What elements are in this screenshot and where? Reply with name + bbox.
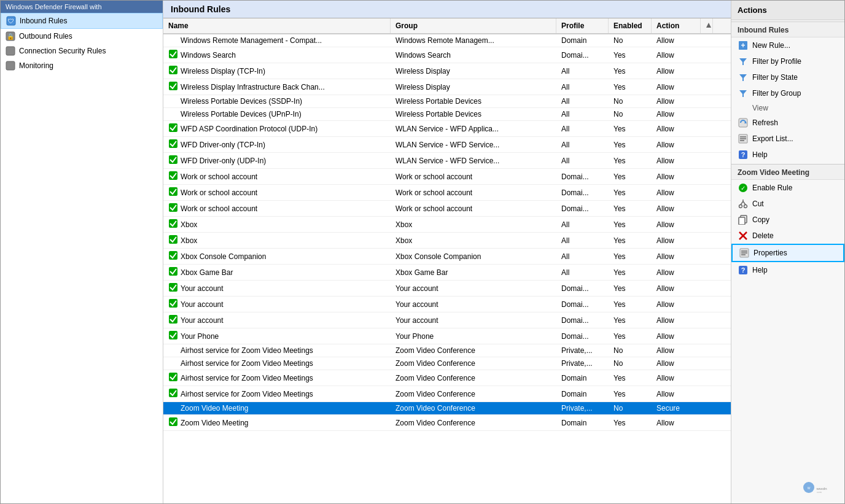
table-row[interactable]: Airhost service for Zoom Video MeetingsZ… — [163, 370, 731, 386]
row-name-cell: Airhost service for Zoom Video Meetings — [163, 344, 391, 357]
row-scroll — [701, 335, 713, 338]
svg-marker-6 — [706, 23, 711, 28]
row-scroll — [701, 159, 713, 163]
row-name: Your account — [181, 316, 224, 325]
row-group: Your account — [391, 298, 556, 311]
table-row[interactable]: Work or school accountWork or school acc… — [163, 169, 731, 185]
enabled-check-icon — [168, 139, 178, 150]
row-name: Work or school account — [181, 204, 257, 213]
filter-group-button[interactable]: Filter by Group — [731, 85, 844, 101]
table-row[interactable]: Your accountYour accountDomai...YesAllow — [163, 312, 731, 328]
row-profile: All — [556, 95, 609, 107]
row-enabled: Yes — [609, 298, 652, 311]
table-row[interactable]: Your accountYour accountDomai...YesAllow — [163, 297, 731, 312]
table-row[interactable]: Wireless Display Infrastructure Back Cha… — [163, 79, 731, 95]
table-row[interactable]: WFD ASP Coordination Protocol (UDP-In)WL… — [163, 121, 731, 137]
row-group: Wireless Display — [391, 81, 556, 93]
table-row[interactable]: Airhost service for Zoom Video MeetingsZ… — [163, 386, 731, 402]
enabled-check-icon — [168, 187, 178, 198]
enable-rule-button[interactable]: ✓ Enable Rule — [731, 180, 844, 196]
sidebar-item-outbound[interactable]: 🔒 Outbound Rules — [1, 29, 163, 44]
filter-profile-button[interactable]: Filter by Profile — [731, 53, 844, 69]
row-name: Xbox Game Bar — [181, 268, 233, 277]
table-row[interactable]: Xbox Game BarXbox Game BarAllYesAllow — [163, 265, 731, 281]
cut-button[interactable]: Cut — [731, 196, 844, 212]
properties-button[interactable]: Properties — [731, 244, 844, 262]
row-profile: Private,... — [556, 402, 609, 414]
table-row[interactable]: XboxXboxAllYesAllow — [163, 217, 731, 233]
row-group: Wireless Portable Devices — [391, 95, 556, 107]
table-row[interactable]: Work or school accountWork or school acc… — [163, 185, 731, 201]
row-name-cell: Wireless Portable Devices (SSDP-In) — [163, 95, 391, 107]
export-list-button[interactable]: Export List... — [731, 131, 844, 147]
row-action: Allow — [652, 219, 701, 231]
col-enabled: Enabled — [609, 18, 652, 33]
row-profile: Domai... — [556, 171, 609, 183]
refresh-icon — [738, 117, 749, 128]
enabled-check-icon — [168, 266, 178, 278]
copy-button[interactable]: Copy — [731, 212, 844, 228]
row-scroll — [701, 239, 713, 242]
row-group: Xbox — [391, 219, 556, 231]
row-scroll — [701, 175, 713, 179]
row-action: Allow — [652, 108, 701, 120]
row-profile: All — [556, 235, 609, 247]
row-enabled: Yes — [609, 417, 652, 429]
filter-state-icon — [738, 72, 749, 83]
help-zoom-button[interactable]: ? Help — [731, 262, 844, 278]
row-name-cell: WFD Driver-only (UDP-In) — [163, 153, 391, 168]
row-name-cell: Airhost service for Zoom Video Meetings — [163, 386, 391, 401]
row-group: Zoom Video Conference — [391, 372, 556, 384]
row-scroll — [701, 392, 713, 396]
row-profile: All — [556, 250, 609, 263]
col-action: Action — [652, 18, 701, 33]
filter-state-button[interactable]: Filter by State — [731, 69, 844, 85]
export-list-icon — [738, 133, 749, 144]
delete-button[interactable]: Delete — [731, 228, 844, 244]
table-row[interactable]: Zoom Video MeetingZoom Video ConferenceD… — [163, 415, 731, 431]
table-row[interactable]: Work or school accountWork or school acc… — [163, 201, 731, 217]
row-action: Allow — [652, 34, 701, 47]
row-profile: Domai... — [556, 282, 609, 295]
table-row[interactable]: Wireless Display (TCP-In)Wireless Displa… — [163, 63, 731, 79]
row-profile: All — [556, 219, 609, 231]
view-button[interactable]: View — [731, 101, 844, 115]
row-enabled: Yes — [609, 314, 652, 327]
row-enabled: Yes — [609, 49, 652, 61]
table-row[interactable]: Your accountYour accountDomai...YesAllow — [163, 281, 731, 297]
table-row[interactable]: WFD Driver-only (TCP-In)WLAN Service - W… — [163, 137, 731, 153]
table-row[interactable]: Wireless Portable Devices (SSDP-In)Wirel… — [163, 95, 731, 108]
table-row[interactable]: WFD Driver-only (UDP-In)WLAN Service - W… — [163, 153, 731, 169]
row-group: Xbox Console Companion — [391, 250, 556, 263]
table-row[interactable]: Airhost service for Zoom Video MeetingsZ… — [163, 357, 731, 370]
row-action: Allow — [652, 187, 701, 199]
table-row[interactable]: Your PhoneYour PhoneDomai...YesAllow — [163, 328, 731, 344]
table-row[interactable]: Airhost service for Zoom Video MeetingsZ… — [163, 344, 731, 357]
help-inbound-button[interactable]: ? Help — [731, 147, 844, 163]
row-enabled: Yes — [609, 155, 652, 167]
sidebar-item-inbound[interactable]: 🛡 Inbound Rules — [1, 13, 163, 29]
row-action: Allow — [652, 330, 701, 343]
row-name: Windows Search — [181, 51, 236, 60]
table-row[interactable]: Windows Remote Management - Compat...Win… — [163, 34, 731, 47]
table-row[interactable]: Xbox Console CompanionXbox Console Compa… — [163, 249, 731, 265]
row-action: Allow — [652, 65, 701, 77]
row-action: Allow — [652, 372, 701, 384]
svg-text:+: + — [741, 41, 745, 50]
enabled-check-icon — [168, 298, 178, 310]
table-row[interactable]: Windows SearchWindows SearchDomai...YesA… — [163, 47, 731, 63]
row-action: Allow — [652, 298, 701, 311]
refresh-button[interactable]: Refresh — [731, 115, 844, 131]
row-enabled: Yes — [609, 235, 652, 247]
sidebar-item-monitoring[interactable]: Monitoring — [1, 58, 163, 73]
row-enabled: Yes — [609, 282, 652, 295]
row-scroll — [701, 421, 713, 425]
row-group: Windows Search — [391, 49, 556, 61]
sidebar-item-connection[interactable]: Connection Security Rules — [1, 44, 163, 58]
table-row[interactable]: Zoom Video MeetingZoom Video ConferenceP… — [163, 402, 731, 415]
table-row[interactable]: XboxXboxAllYesAllow — [163, 233, 731, 249]
table-row[interactable]: Wireless Portable Devices (UPnP-In)Wirel… — [163, 108, 731, 121]
new-rule-button[interactable]: + New Rule... — [731, 37, 844, 53]
row-profile: Domain — [556, 417, 609, 429]
row-name: Zoom Video Meeting — [181, 419, 249, 427]
